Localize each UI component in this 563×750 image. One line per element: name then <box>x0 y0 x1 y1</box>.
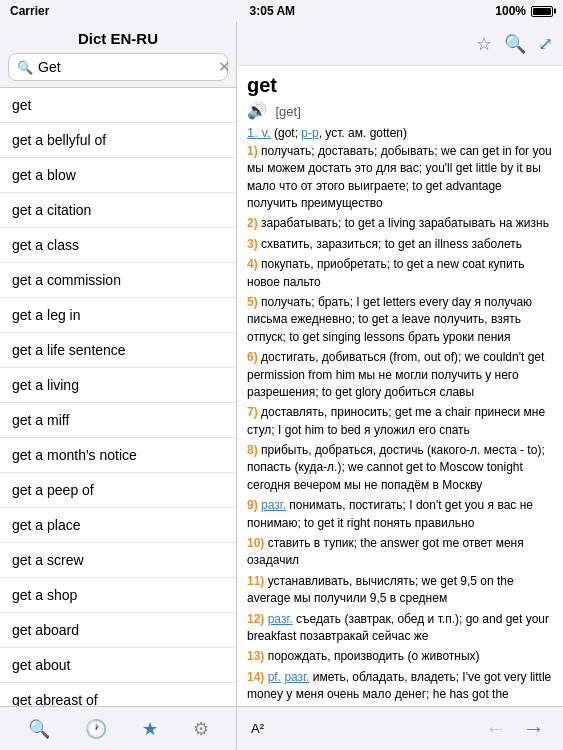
settings-icon: ⚙ <box>193 718 209 740</box>
status-bar: Carrier 3:05 AM 100% <box>0 0 563 22</box>
history-tab-icon: 🕐 <box>85 718 107 740</box>
left-toolbar: 🔍 🕐 ★ ⚙ <box>0 706 236 750</box>
font-size-control: A² <box>251 721 264 736</box>
back-button[interactable]: ← <box>481 716 511 742</box>
list-item[interactable]: get a screw <box>0 543 236 578</box>
list-item[interactable]: get a blow <box>0 158 236 193</box>
list-item[interactable]: get a peep of <box>0 473 236 508</box>
list-item[interactable]: get <box>0 88 236 123</box>
search-clear-button[interactable]: ✕ <box>218 58 231 76</box>
right-header: ☆ 🔍 ⤢ <box>237 22 563 66</box>
time-text: 3:05 AM <box>250 4 296 18</box>
list-item[interactable]: get a leg in <box>0 298 236 333</box>
list-item[interactable]: get a miff <box>0 403 236 438</box>
entry-word: get <box>247 74 553 97</box>
battery-icon <box>531 6 553 17</box>
search-input[interactable] <box>38 59 213 75</box>
battery-text: 100% <box>495 4 526 18</box>
list-item[interactable]: get a citation <box>0 193 236 228</box>
search-tab-icon: 🔍 <box>28 718 50 740</box>
right-header-icons: ☆ 🔍 ⤢ <box>476 33 553 55</box>
search-button[interactable]: 🔍 <box>504 33 526 55</box>
favorites-tab-icon: ★ <box>142 718 158 740</box>
search-bar-icon: 🔍 <box>17 60 33 75</box>
sound-button[interactable]: 🔊 <box>247 101 267 120</box>
list-item[interactable]: get a commission <box>0 263 236 298</box>
search-bar: 🔍 ✕ <box>8 53 228 81</box>
list-item[interactable]: get a month's notice <box>0 438 236 473</box>
favorites-tab-button[interactable]: ★ <box>134 714 166 744</box>
entry-transcription: [get] <box>275 104 300 119</box>
history-tab-button[interactable]: 🕐 <box>77 714 115 744</box>
carrier-text: Carrier <box>10 4 49 18</box>
list-item[interactable]: get a shop <box>0 578 236 613</box>
list-item[interactable]: get a bellyful of <box>0 123 236 158</box>
search-tab-button[interactable]: 🔍 <box>20 714 58 744</box>
dict-title: Dict EN-RU <box>8 30 228 47</box>
list-item[interactable]: get about <box>0 648 236 683</box>
right-panel: ☆ 🔍 ⤢ get 🔊 [get] 1. v. (got; p-p, уст. … <box>237 22 563 750</box>
nav-buttons: ← → <box>481 716 549 742</box>
left-header: Dict EN-RU 🔍 ✕ <box>0 22 236 88</box>
status-bar-right: 100% <box>495 4 553 18</box>
list-item[interactable]: get a class <box>0 228 236 263</box>
expand-button[interactable]: ⤢ <box>538 33 553 55</box>
entry-definition: 1. v. (got; p-p, уст. ам. gotten) 1) пол… <box>247 124 553 706</box>
entry-content: get 🔊 [get] 1. v. (got; p-p, уст. ам. go… <box>237 66 563 706</box>
font-size-label: A² <box>251 721 264 736</box>
list-item[interactable]: get aboard <box>0 613 236 648</box>
star-button[interactable]: ☆ <box>476 33 492 55</box>
list-item[interactable]: get a life sentence <box>0 333 236 368</box>
list-item[interactable]: get a place <box>0 508 236 543</box>
entry-meta: 🔊 [get] <box>247 101 553 120</box>
list-item[interactable]: get abreast of <box>0 683 236 706</box>
main-container: Dict EN-RU 🔍 ✕ getget a bellyful ofget a… <box>0 22 563 750</box>
left-panel: Dict EN-RU 🔍 ✕ getget a bellyful ofget a… <box>0 22 237 750</box>
forward-button[interactable]: → <box>519 716 549 742</box>
word-list: getget a bellyful ofget a blowget a cita… <box>0 88 236 706</box>
list-item[interactable]: get a living <box>0 368 236 403</box>
settings-button[interactable]: ⚙ <box>185 714 217 744</box>
right-toolbar: A² ← → <box>237 706 563 750</box>
